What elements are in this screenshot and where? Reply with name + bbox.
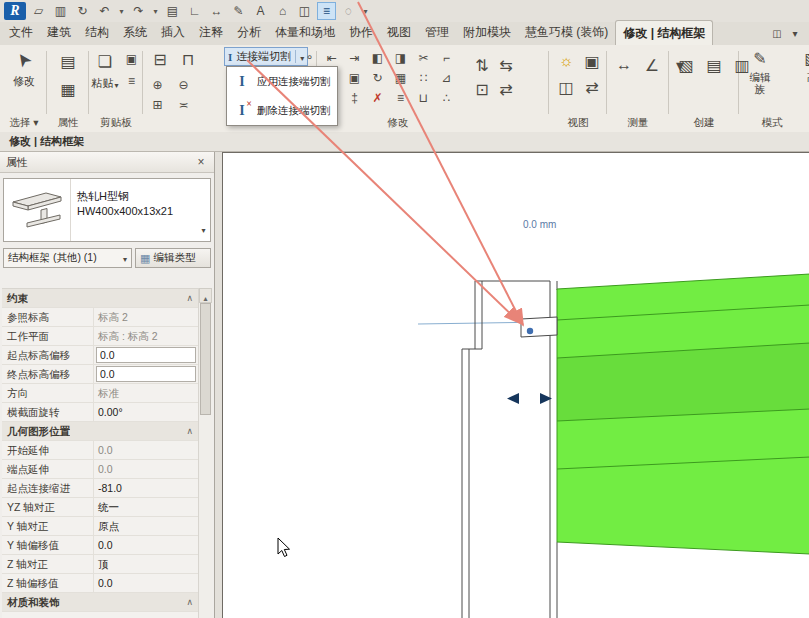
drawing-area[interactable]: 0.0 mm [222, 152, 809, 618]
ribbon-tab[interactable]: 文件 [2, 20, 40, 45]
dimension-icon[interactable]: ∟ [185, 2, 204, 20]
measure-length-icon[interactable]: ↔ [612, 53, 636, 77]
properties-scrollbar[interactable] [198, 288, 212, 618]
create-assembly-icon[interactable]: ▤ [702, 53, 726, 77]
property-value[interactable]: -81.0 [94, 479, 198, 497]
ribbon-tab[interactable]: 结构 [78, 20, 116, 45]
section-icon[interactable]: ◫ [295, 2, 314, 20]
property-row[interactable]: 终点标高偏移 0.0 [2, 365, 198, 384]
property-row[interactable]: 工作平面 标高 : 标高 2 [2, 327, 198, 346]
join-icon[interactable]: ⊔ [414, 88, 433, 107]
panel-label-select[interactable]: 选择 ▾ [2, 116, 46, 130]
edit-type-button[interactable]: ▦ 编辑类型 [135, 248, 211, 268]
ribbon-tab[interactable]: 体量和场地 [268, 20, 342, 45]
property-value[interactable]: 标高 : 标高 2 [94, 327, 198, 345]
property-value[interactable]: 原点 [94, 517, 198, 535]
trim-extend-icon[interactable]: ⊿ [437, 68, 456, 87]
wall-join-icon[interactable]: ⊞ [148, 95, 167, 114]
cope-icon[interactable]: ⊓ [176, 47, 200, 71]
thin-lines-icon[interactable]: ≡ [317, 2, 336, 20]
properties-palette-icon[interactable]: ▤ [56, 49, 80, 73]
paste-button[interactable]: ❏ 粘贴 [90, 45, 120, 91]
flip-horizontal-icon[interactable]: ⇆ [494, 53, 518, 77]
ribbon-tab[interactable]: 注释 [192, 20, 230, 45]
redo-dropdown-icon[interactable]: ▾ [151, 2, 160, 20]
copy-to-clipboard-icon[interactable]: ▣ [122, 49, 141, 68]
array-icon[interactable]: ▦ [391, 68, 410, 87]
property-row[interactable]: Y 轴对正 原点 [2, 517, 198, 536]
property-row[interactable]: 材质和装饰 [2, 593, 198, 612]
reveal-hidden-elements-icon[interactable]: ☼ [554, 49, 578, 73]
create-parts-icon[interactable]: ▧ [674, 53, 698, 77]
scale-icon[interactable]: ∷ [414, 68, 433, 87]
beam-end-cut-button[interactable]: I 连接端切割 [224, 47, 308, 66]
mirror-pick-axis-icon[interactable]: ◧ [368, 48, 387, 67]
rotate-icon[interactable]: ↻ [368, 68, 387, 87]
print-icon[interactable]: ▤ [163, 2, 182, 20]
end-cut-stub[interactable] [521, 317, 557, 337]
align-icon[interactable]: ⇤ [322, 48, 341, 67]
property-value[interactable]: 标准 [94, 384, 198, 402]
display-override-icon[interactable]: ◫ [554, 75, 578, 99]
flip-vertical-icon[interactable]: ⇅ [470, 53, 494, 77]
property-value[interactable]: 0.0 [94, 574, 198, 592]
link-icon[interactable]: ⇄ [494, 77, 518, 101]
cut-geometry-icon[interactable]: ⊟ [148, 47, 172, 71]
revit-logo[interactable]: R [4, 2, 26, 20]
close-hidden-windows-icon[interactable]: ◌ [339, 2, 358, 20]
close-icon[interactable] [194, 155, 208, 169]
ribbon-display-toggle-icon[interactable]: ◫ [769, 24, 785, 42]
linked-views-icon[interactable]: ⇄ [580, 75, 604, 99]
property-value[interactable]: 0.0 [94, 346, 198, 364]
property-value[interactable] [60, 593, 199, 611]
text-icon[interactable]: A [251, 2, 270, 20]
unjoin-geometry-icon[interactable]: ⊖ [174, 75, 193, 94]
property-row[interactable]: Z 轴对正 顶 [2, 555, 198, 574]
sync-icon[interactable]: ↻ [73, 2, 92, 20]
copy-icon[interactable]: ▣ [345, 68, 364, 87]
join-geometry-icon[interactable]: ⊕ [148, 75, 167, 94]
flip-control-left[interactable] [507, 393, 519, 404]
undo-dropdown-icon[interactable]: ▾ [117, 2, 126, 20]
delete-icon[interactable]: ✗ [368, 88, 387, 107]
ribbon-tab[interactable]: 系统 [116, 20, 154, 45]
ribbon-tab[interactable]: 慧鱼巧模 (装饰) [518, 20, 615, 45]
offset-icon[interactable]: ⇥ [345, 48, 364, 67]
type-dropdown-icon[interactable] [201, 219, 205, 237]
ribbon-tab[interactable]: 协作 [342, 20, 380, 45]
clipped-right-button[interactable]: ▧ 高 [792, 47, 809, 83]
property-value[interactable]: 0.0 [94, 365, 198, 383]
ribbon-display-arrow-icon[interactable]: ▾ [787, 24, 803, 42]
property-value[interactable]: 0.0 [94, 460, 198, 478]
mirror-draw-axis-icon[interactable]: ◨ [391, 48, 410, 67]
type-properties-icon[interactable]: ▦ [56, 77, 80, 101]
property-row[interactable]: 起点标高偏移 0.0 [2, 346, 198, 365]
property-row[interactable]: YZ 轴对正 统一 [2, 498, 198, 517]
activate-dimensions-icon[interactable]: ∴ [437, 88, 456, 107]
property-value[interactable]: 0.0 [94, 441, 198, 459]
properties-header[interactable]: 属性 [0, 152, 214, 173]
unpin-icon[interactable]: ‡ [345, 88, 364, 107]
edit-family-button[interactable]: ✎ 编辑 族 [742, 47, 778, 95]
property-value[interactable]: 统一 [94, 498, 198, 516]
property-row[interactable]: 端点延伸 0.0 [2, 460, 198, 479]
match-type-properties-icon[interactable]: ≡ [122, 71, 141, 90]
property-row[interactable]: 参照标高 标高 2 [2, 308, 198, 327]
ribbon-tab[interactable]: 修改 | 结构框架 [615, 20, 713, 45]
property-row[interactable]: 起点连接缩进 -81.0 [2, 479, 198, 498]
ribbon-tab[interactable]: 分析 [230, 20, 268, 45]
modify-tool-button[interactable]: ➤ 修改 [2, 45, 46, 89]
property-value[interactable] [70, 422, 198, 440]
scroll-up-icon[interactable] [203, 287, 207, 305]
ribbon-tab[interactable]: 建筑 [40, 20, 78, 45]
open-icon[interactable]: ▱ [29, 2, 48, 20]
property-row[interactable]: Z 轴偏移值 0.0 [2, 574, 198, 593]
property-value[interactable]: 0.0 [94, 536, 198, 554]
measure-angle-icon[interactable]: ∠ [640, 53, 664, 77]
property-value[interactable]: 0.00° [94, 403, 198, 421]
property-row[interactable]: 横截面旋转 0.00° [2, 403, 198, 422]
qat-customize-icon[interactable]: ▾ [361, 2, 370, 20]
property-row[interactable]: 几何图形位置 [2, 422, 198, 441]
ribbon-tab[interactable]: 插入 [154, 20, 192, 45]
tag-icon[interactable]: ✎ [229, 2, 248, 20]
